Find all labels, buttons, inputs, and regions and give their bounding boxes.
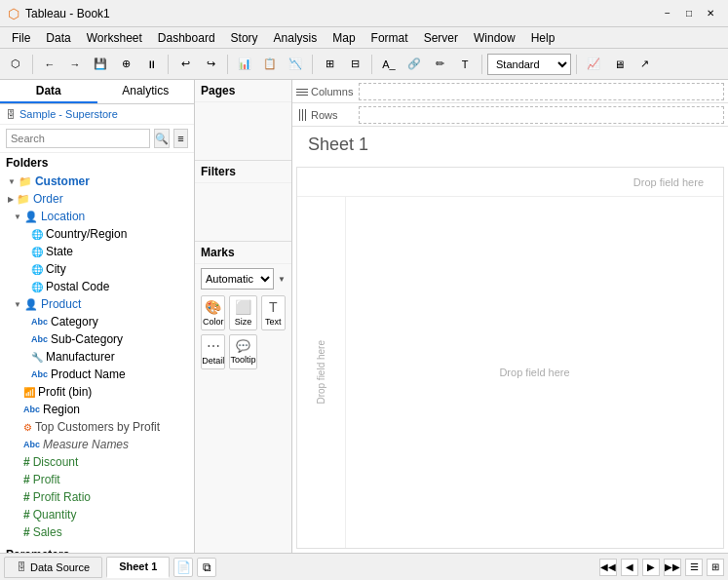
marks-size-btn[interactable]: ⬜ Size (229, 295, 256, 330)
toolbar-chart2[interactable]: 📋 (258, 53, 282, 76)
search-button[interactable]: 🔍 (154, 129, 170, 148)
close-button[interactable]: ✕ (701, 4, 720, 23)
color-label: Color (203, 317, 224, 327)
left-drop-zone[interactable]: Drop field here (297, 197, 346, 548)
color-icon: 🎨 (205, 299, 221, 315)
search-input[interactable] (6, 129, 150, 148)
marks-tooltip-btn[interactable]: 💬 Tooltip (229, 334, 256, 369)
toolbar-tooltip[interactable]: T (453, 53, 477, 76)
menu-server[interactable]: Server (416, 29, 466, 47)
tab-sheet1[interactable]: Sheet 1 (106, 557, 170, 578)
maximize-button[interactable]: □ (679, 4, 699, 23)
field-quantity[interactable]: # Quantity (0, 506, 194, 523)
folder-product[interactable]: ▼ 👤 Product (0, 295, 194, 313)
marks-color-btn[interactable]: 🎨 Color (201, 295, 225, 330)
menu-help[interactable]: Help (523, 29, 563, 47)
toolbar-fit1[interactable]: ⊞ (318, 53, 341, 76)
folder-order[interactable]: ▶ 📁 Order (0, 190, 194, 208)
view-select[interactable]: Standard Fit Width Fit Height Entire Vie… (487, 54, 571, 75)
tab-data[interactable]: Data (0, 80, 97, 103)
field-productname[interactable]: Abc Product Name (0, 366, 194, 383)
toolbar-undo[interactable]: ↩ (173, 53, 197, 76)
toolbar-chart3[interactable]: 📉 (284, 53, 307, 76)
field-profitbin[interactable]: 📶 Profit (bin) (0, 383, 194, 401)
view-grid-button[interactable]: ⊞ (707, 559, 724, 576)
top-drop-zone[interactable]: Drop field here (297, 168, 723, 197)
field-topcustomers-label: Top Customers by Profit (35, 420, 160, 434)
toolbar-annot[interactable]: 🔗 (402, 53, 426, 76)
field-manufacturer[interactable]: 🔧 Manufacturer (0, 348, 194, 366)
minimize-button[interactable]: − (658, 4, 677, 23)
menu-dashboard[interactable]: Dashboard (150, 29, 223, 47)
folder-customer[interactable]: ▼ 📁 Customer (0, 173, 194, 190)
marks-detail-btn[interactable]: ⋯ Detail (201, 334, 225, 369)
tab-analytics[interactable]: Analytics (97, 80, 195, 103)
columns-drop-area[interactable] (359, 83, 724, 100)
folder-location[interactable]: ▼ 👤 Location (0, 208, 194, 225)
field-measurenames[interactable]: Abc Measure Names (0, 436, 194, 453)
svg-rect-4 (302, 109, 303, 121)
toolbar-save[interactable]: 💾 (89, 53, 112, 76)
menu-window[interactable]: Window (466, 29, 523, 47)
marks-text-btn[interactable]: T Text (261, 295, 287, 330)
folders-label: Folders (6, 156, 48, 170)
toolbar-sep-6 (481, 55, 482, 74)
field-discount[interactable]: # Discount (0, 453, 194, 471)
pages-drop-area[interactable] (195, 102, 291, 161)
rows-drop-area[interactable] (359, 106, 724, 124)
list-view-button[interactable]: ≡ (173, 129, 188, 148)
svg-rect-0 (296, 89, 308, 90)
nav-first-button[interactable]: ◀◀ (599, 559, 617, 576)
nav-prev-button[interactable]: ◀ (621, 559, 638, 576)
field-subcategory[interactable]: Abc Sub-Category (0, 330, 194, 348)
field-category[interactable]: Abc Category (0, 313, 194, 330)
toolbar-forward[interactable]: → (63, 53, 87, 76)
marks-controls: Automatic Bar Line ▼ 🎨 Color ⬜ Size T Te… (195, 264, 291, 373)
canvas-body[interactable]: Drop field here Drop field here Drop fie… (296, 167, 724, 549)
menu-file[interactable]: File (4, 29, 38, 47)
field-state[interactable]: 🌐 State (0, 243, 194, 260)
field-measurenames-label: Measure Names (43, 438, 129, 451)
toolbar-label[interactable]: A_ (377, 53, 401, 76)
text-label: Text (265, 317, 282, 327)
toolbar-share[interactable]: ↗ (632, 53, 656, 76)
center-drop-zone[interactable]: Drop field here (346, 197, 723, 548)
abc-icon-subcategory: Abc (31, 334, 48, 344)
menu-format[interactable]: Format (364, 29, 416, 47)
menu-story[interactable]: Story (223, 29, 266, 47)
marks-type-select[interactable]: Automatic Bar Line (201, 268, 274, 290)
toolbar-add-data[interactable]: ⊕ (114, 53, 137, 76)
field-profit[interactable]: # Profit (0, 471, 194, 488)
field-topcustomers[interactable]: ⚙ Top Customers by Profit (0, 418, 194, 436)
toolbar-chart1[interactable]: 📊 (233, 53, 256, 76)
field-sales[interactable]: # Sales (0, 523, 194, 541)
field-profitratio[interactable]: # Profit Ratio (0, 488, 194, 506)
menu-data[interactable]: Data (38, 29, 78, 47)
menu-analysis[interactable]: Analysis (266, 29, 326, 47)
filters-label: Filters (201, 165, 236, 178)
datasource-name[interactable]: Sample - Superstore (19, 108, 188, 120)
menu-map[interactable]: Map (325, 29, 363, 47)
duplicate-sheet-button[interactable]: ⧉ (197, 558, 216, 577)
tab-data-source[interactable]: 🗄 Data Source (4, 557, 102, 578)
filters-drop-area[interactable] (195, 183, 291, 242)
nav-last-button[interactable]: ▶▶ (664, 559, 681, 576)
toolbar-sep-5 (371, 55, 372, 74)
field-city[interactable]: 🌐 City (0, 260, 194, 278)
field-country[interactable]: 🌐 Country/Region (0, 225, 194, 243)
nav-next-button[interactable]: ▶ (642, 559, 660, 576)
toolbar-data-icon[interactable]: ⬡ (4, 53, 27, 76)
field-postal[interactable]: 🌐 Postal Code (0, 278, 194, 295)
toolbar-format[interactable]: ✏ (428, 53, 451, 76)
toolbar-present[interactable]: 🖥 (607, 53, 631, 76)
toolbar-fit2[interactable]: ⊟ (343, 53, 366, 76)
menu-worksheet[interactable]: Worksheet (79, 29, 150, 47)
toolbar-redo[interactable]: ↪ (199, 53, 222, 76)
field-region[interactable]: Abc Region (0, 401, 194, 418)
add-sheet-button[interactable]: 📄 (173, 558, 193, 577)
toolbar-back[interactable]: ← (38, 53, 61, 76)
toolbar-show-me[interactable]: 📈 (582, 53, 605, 76)
view-list-button[interactable]: ☰ (685, 559, 703, 576)
toolbar-pause[interactable]: ⏸ (139, 53, 163, 76)
data-source-tab-label: Data Source (30, 561, 90, 573)
